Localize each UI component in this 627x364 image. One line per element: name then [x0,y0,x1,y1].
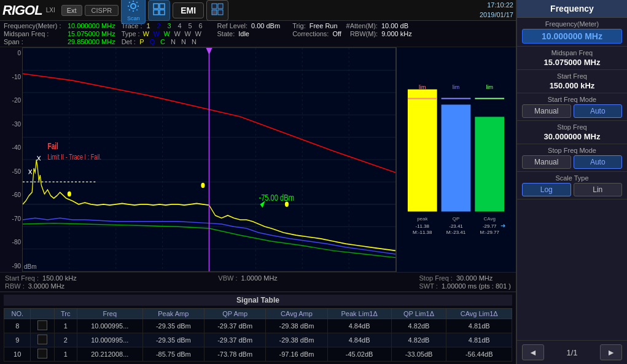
row9-peak-lim: 4.84dB [327,333,391,347]
col-trc: Trc [54,309,77,319]
right-freq-col: Stop Freq : 30.000 MHz SWT : 1.00000 ms … [419,274,511,290]
rp-midspan-item[interactable]: Midspan Freq 15.075000 MHz [517,47,627,70]
svg-rect-6 [218,4,223,9]
bar2-lim-label: lim [453,84,459,90]
row10-check[interactable] [31,347,54,362]
state-label: State: [217,30,235,37]
rp-stop-freq-mode-label: Stop Freq Mode [522,147,622,154]
scale-log-btn[interactable]: Log [522,183,571,196]
freq-info: Frequency(Meter) : 10.000000 MHz Midspan… [4,22,115,45]
quad-button[interactable] [206,0,228,21]
bar-chart-svg: lim lim lim peak QP CA [397,47,516,272]
row8-peak-amp: -29.35 dBm [142,319,204,333]
row10-peak-amp: -85.75 dBm [142,347,204,362]
rp-nav: ◄ 1/1 ► [517,340,627,364]
state-row: State: Idle [217,30,281,37]
det-6: N [190,38,198,45]
det-4: N [169,38,177,45]
type-4: W [173,30,182,37]
corrections-row: Corrections: Off RBW(M): 9.000 kHz [292,30,412,37]
row8-check[interactable] [31,319,54,333]
svg-rect-36 [408,90,437,212]
top-bar: RIGOL LXI Ext CISPR Scan EMI [0,0,516,21]
rp-start-freq-mode-buttons: Manual Auto [522,104,622,118]
rp-stop-freq-value: 30.000000 MHz [522,132,622,141]
cispr-button[interactable]: CISPR [85,5,119,16]
marker-75dbm: -75.00 dBm [259,192,294,203]
det-1: P [138,38,146,45]
rp-freq-meter-item[interactable]: Frequency(Meter) 10.000000 MHz [517,18,627,47]
rbw-bottom-value: 3.0000 MHz [28,282,64,290]
rp-stop-freq-label: Stop Freq [522,123,622,131]
nav-next-button[interactable]: ► [600,344,622,360]
row9-cavg-lim: 4.81dB [446,333,512,347]
bar1-peak-label: peak [417,216,427,222]
col-peak-amp: Peak Amp [142,309,204,319]
det-3: C [158,38,167,45]
svg-rect-7 [212,10,217,15]
stop-freq-auto-btn[interactable]: Auto [574,155,623,169]
ext-button[interactable]: Ext [61,5,82,16]
stop-freq-manual-btn[interactable]: Manual [522,155,571,169]
row8-freq: 10.000995... [77,319,142,333]
col-qp-lim: QP Lim1Δ [391,309,446,319]
rp-scale-type-label: Scale Type [522,174,622,182]
bar3-value: -29.77 [483,223,497,229]
link-icon: ➜ [500,222,505,229]
emi-button[interactable]: EMI [173,2,204,18]
row10-no: 10 [4,347,31,362]
row8-cavg-lim: 4.81dB [446,319,512,333]
dbm-label: dBm [24,263,37,270]
type-2: W [152,30,161,37]
scale-lin-btn[interactable]: Lin [574,183,623,196]
svg-point-32 [68,192,71,196]
settings-button[interactable]: Scan [121,0,146,24]
col-no: NO. [4,309,31,319]
row9-check[interactable] [31,333,54,347]
trace-4: 4 [176,22,184,29]
row8-qp-lim: 4.82dB [391,319,446,333]
row9-checkbox[interactable] [37,335,47,344]
span-row: Span : 29.850000 MHz [4,38,115,45]
trace-2: 2 [155,22,163,29]
rp-stop-freq-item[interactable]: Stop Freq 30.000000 MHz [517,121,627,144]
row9-no: 9 [4,333,31,347]
type-3: W [163,30,171,37]
swt-label: SWT : [419,282,438,290]
col-freq: Freq [77,309,142,319]
rp-stop-freq-mode-buttons: Manual Auto [522,155,622,169]
state-value: Idle [238,30,249,37]
atten-value: 10.00 dB [381,22,408,29]
bottom-freq-bar: Start Freq : 150.00 kHz RBW : 3.0000 MHz… [0,272,516,292]
midspan-row: Midspan Freq : 15.075000 MHz [4,30,115,37]
y-axis: 0 -10 -20 -30 -40 -50 -60 -70 -80 -90 [0,47,22,272]
row8-no: 8 [4,319,31,333]
bar3-m-value: M:-29.77 [480,230,500,235]
svg-point-0 [131,4,136,9]
table-row: 10 1 20.212008... -85.75 dBm -73.78 dBm … [4,347,512,362]
left-freq-col: Start Freq : 150.00 kHz RBW : 3.0000 MHz [5,274,77,290]
table-row: 9 2 10.000995... -29.35 dBm -29.37 dBm -… [4,333,512,347]
span-value: 29.850000 MHz [68,38,115,45]
row10-checkbox[interactable] [37,349,47,358]
freq-meter-value: 10.000000 MHz [68,22,115,29]
col-cavg-amp: CAvg Amp [266,309,327,319]
type-1: W [142,30,150,37]
row8-checkbox[interactable] [37,320,47,330]
bar2-m-value: M:-23.41 [446,230,466,235]
rp-scale-type-buttons: Log Lin [522,183,622,196]
nav-prev-button[interactable]: ◄ [522,344,544,360]
start-freq-label: Start Freq : [5,274,39,282]
atten-label: #Atten(M): [346,22,378,29]
rp-start-freq-item[interactable]: Start Freq 150.000 kHz [517,70,627,93]
rp-start-freq-mode-label: Start Freq Mode [522,96,622,103]
bar3-lim-label: lim [486,84,493,90]
start-freq-auto-btn[interactable]: Auto [574,104,623,118]
stop-freq-label: Stop Freq : [419,274,453,282]
grid-button[interactable] [148,0,170,21]
trace-6: 6 [197,22,205,29]
row8-peak-lim: 4.84dB [327,319,391,333]
right-panel: Frequency Frequency(Meter) 10.000000 MHz… [516,0,627,364]
start-freq-manual-btn[interactable]: Manual [522,104,571,118]
rp-stop-freq-mode-item: Stop Freq Mode Manual Auto [517,144,627,172]
